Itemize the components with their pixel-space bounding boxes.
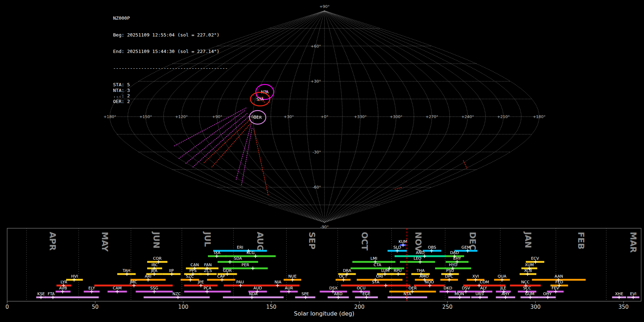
meteor-trail bbox=[193, 116, 249, 167]
shower-label-CTA: CTA bbox=[374, 263, 381, 267]
x-tick-label: 350 bbox=[618, 304, 629, 310]
shower-label-RPU: RPU bbox=[394, 268, 401, 273]
shower-label-DSV: DSV bbox=[462, 286, 470, 291]
shower-count-line: ...: 2 bbox=[113, 93, 228, 99]
end-time: End: 20251109 15:44:30 (sol = 227.14°) bbox=[113, 49, 228, 54]
x-tick-label: 250 bbox=[442, 304, 453, 310]
month-label-JAN: JAN bbox=[523, 231, 533, 248]
shower-label-ERI: ERI bbox=[237, 245, 243, 250]
shower-label-JPE: JPE bbox=[197, 280, 204, 284]
shower-label-XHE: XHE bbox=[615, 292, 623, 296]
shower-label-EVI: EVI bbox=[630, 292, 636, 296]
shower-bar-ORI bbox=[357, 279, 402, 281]
map-longitude-label: +210° bbox=[497, 114, 510, 119]
shower-label-COM: COM bbox=[480, 280, 489, 284]
shower-label-NOO: NOO bbox=[425, 280, 434, 284]
shower-label-PCA: PCA bbox=[204, 286, 211, 291]
shower-bar-SDA bbox=[218, 261, 258, 263]
x-tick-label: 100 bbox=[178, 304, 189, 310]
shower-label-XUM: XUM bbox=[525, 263, 534, 267]
shower-label-QUA: QUA bbox=[498, 274, 507, 279]
shower-label-AVB: AVB bbox=[59, 286, 67, 291]
shower-label-SLD: SLD bbox=[393, 245, 401, 250]
plot-canvas: +90°+60°+30°-30°-60°-90°+180°+150°+120°+… bbox=[0, 0, 644, 322]
month-label-OCT: OCT bbox=[360, 232, 369, 250]
shower-label-OCT: OCT bbox=[339, 274, 347, 279]
meteor-trail bbox=[186, 113, 247, 164]
x-tick-label: 150 bbox=[266, 304, 277, 310]
shower-label-PER: PER bbox=[241, 263, 249, 267]
shower-label-AUR: AUR bbox=[285, 286, 293, 291]
shower-label-PSU: PSU bbox=[446, 268, 454, 273]
shower-label-JLE: JLE bbox=[500, 286, 506, 291]
axis-ticks: 050100150200250300350Solar longitude (de… bbox=[5, 301, 629, 317]
meteor-trail bbox=[395, 187, 402, 189]
shower-label-XVI: XVI bbox=[472, 274, 479, 279]
map-longitude-label: +240° bbox=[461, 114, 474, 119]
station-code: NZ000P bbox=[113, 15, 228, 21]
shower-label-LEO: LEO bbox=[414, 256, 421, 261]
shower-label-DAD: DAD bbox=[450, 250, 459, 255]
shower-count-line: STA: 5 bbox=[113, 82, 228, 88]
shower-label-LYR: LYR bbox=[60, 280, 67, 284]
month-label-MAY: MAY bbox=[100, 232, 109, 252]
x-tick-label: 300 bbox=[530, 304, 541, 310]
map-latitude-label: -30° bbox=[313, 150, 321, 155]
shower-label-URS: URS bbox=[475, 292, 484, 296]
shower-label-SDA: SDA bbox=[234, 256, 242, 261]
shower-count-line: OER: 2 bbox=[113, 99, 228, 104]
meteor-trail bbox=[241, 127, 252, 185]
shower-label-AHY: AHY bbox=[502, 292, 510, 296]
shower-label-ORI: ORI bbox=[376, 274, 383, 279]
shower-label-ZCS: ZCS bbox=[204, 268, 212, 273]
shower-label-HVI: HVI bbox=[71, 274, 78, 279]
map-longitude-label: +330° bbox=[354, 114, 367, 119]
shower-label-XCB: XCB bbox=[524, 268, 532, 273]
shower-label-ALY: ALY bbox=[480, 286, 487, 291]
shower-label-NTA: NTA bbox=[404, 292, 411, 296]
map-longitude-label: +30° bbox=[284, 114, 294, 119]
map-latitude-label: +60° bbox=[311, 44, 321, 49]
radiant-label-STA: STA bbox=[257, 97, 264, 102]
shower-label-ARD: ARD bbox=[334, 292, 343, 296]
shower-label-NZC: NZC bbox=[172, 292, 181, 296]
shower-label-ARI: ARI bbox=[145, 274, 151, 279]
shower-label-IIP: IIP bbox=[169, 268, 174, 273]
shower-label-NDA: NDA bbox=[249, 292, 258, 296]
shower-label-FEV: FEV bbox=[552, 286, 559, 291]
shower-label-SCC: SCC bbox=[523, 286, 531, 291]
shower-bar-LEO bbox=[400, 261, 435, 263]
meteor-radiant-viewer: +90°+60°+30°-30°-60°-90°+180°+150°+120°+… bbox=[0, 0, 644, 322]
shower-bar-STA bbox=[341, 285, 410, 287]
shower-label-EHY: EHY bbox=[453, 256, 461, 261]
shower-label-STA: STA bbox=[372, 280, 380, 284]
shower-label-ELY: ELY bbox=[88, 286, 95, 291]
shower-counts: STA: 5NTA: 3...: 2OER: 2 bbox=[113, 82, 228, 104]
shower-label-JEA: JEA bbox=[151, 268, 157, 273]
radiant-label-OER: OER bbox=[253, 115, 262, 120]
shower-label-DKD: DKD bbox=[444, 286, 452, 291]
shower-label-KCG: KCG bbox=[247, 250, 255, 255]
shower-label-FED: FED bbox=[555, 280, 563, 284]
shower-label-COR: COR bbox=[153, 256, 162, 261]
shower-label-OER: OER bbox=[409, 286, 417, 291]
shower-label-LMI: LMI bbox=[371, 256, 377, 261]
shower-label-PAU: PAU bbox=[236, 280, 244, 284]
begin-time: Beg: 20251109 12:55:04 (sol = 227.02°) bbox=[113, 32, 228, 38]
shower-label-GDR: GDR bbox=[223, 268, 232, 273]
shower-label-AUD: AUD bbox=[253, 286, 262, 291]
shower-label-NCC: NCC bbox=[521, 280, 530, 284]
meteor-trail bbox=[204, 119, 250, 163]
observation-info-panel: NZ000P Beg: 20251109 12:55:04 (sol = 227… bbox=[113, 4, 228, 115]
x-tick-label: 0 bbox=[5, 304, 9, 310]
month-label-APR: APR bbox=[48, 232, 57, 251]
shower-label-DPC: DPC bbox=[445, 274, 453, 279]
month-label-AUG: AUG bbox=[255, 232, 265, 252]
shower-label-IRC: IRC bbox=[151, 263, 158, 267]
map-longitude-label: +180° bbox=[533, 114, 546, 119]
shower-label-TAH: TAH bbox=[122, 268, 131, 273]
month-label-SEP: SEP bbox=[307, 232, 317, 249]
shower-label-GEM: GEM bbox=[462, 245, 470, 250]
map-longitude-label: +270° bbox=[425, 114, 438, 119]
shower-label-FTA: FTA bbox=[48, 292, 55, 296]
